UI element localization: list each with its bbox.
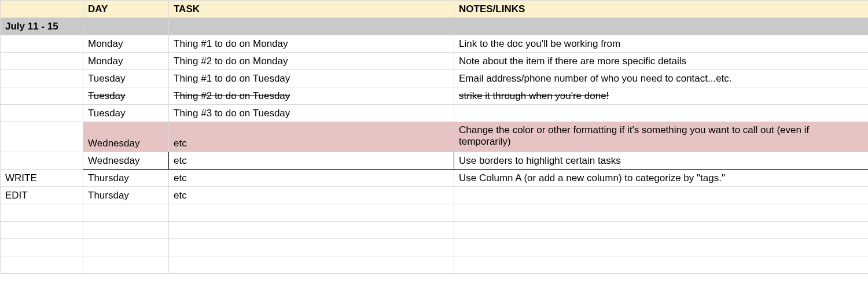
empty-row[interactable] [1,239,869,256]
cell-tag[interactable] [1,35,83,53]
table-row[interactable]: Tuesday Thing #1 to do on Tuesday Email … [1,70,869,87]
table-row[interactable]: Monday Thing #1 to do on Monday Link to … [1,35,869,53]
cell[interactable] [83,256,169,274]
cell-task[interactable]: etc [169,152,454,170]
cell-task[interactable]: Thing #2 to do on Monday [169,53,454,70]
cell-tag[interactable] [1,53,83,70]
cell[interactable] [454,239,869,256]
cell-day[interactable]: Thursday [83,187,169,204]
cell-day[interactable]: Thursday [83,170,169,187]
empty-row[interactable] [1,222,869,239]
empty-row[interactable] [1,204,869,222]
cell-day[interactable]: Wednesday [83,152,169,170]
cell[interactable] [1,204,83,222]
cell[interactable] [169,18,454,35]
cell[interactable] [169,222,454,239]
header-col-task[interactable]: TASK [169,1,454,18]
cell-notes[interactable]: Use borders to highlight certain tasks [454,152,869,170]
cell[interactable] [83,239,169,256]
cell-tag[interactable]: EDIT [1,187,83,204]
cell-task[interactable]: etc [169,170,454,187]
table-row[interactable]: Tuesday Thing #3 to do on Tuesday [1,105,869,122]
cell-day[interactable]: Tuesday [83,70,169,87]
cell-tag[interactable] [1,122,83,152]
cell-task[interactable]: Thing #2 to do on Tuesday [169,87,454,105]
cell[interactable] [1,256,83,274]
header-col-day[interactable]: DAY [83,1,169,18]
cell[interactable] [169,239,454,256]
cell[interactable] [1,239,83,256]
cell[interactable] [1,222,83,239]
header-row[interactable]: DAY TASK NOTES/LINKS [1,1,869,18]
cell[interactable] [454,204,869,222]
table-row[interactable]: Tuesday Thing #2 to do on Tuesday strike… [1,87,869,105]
cell-notes[interactable] [454,187,869,204]
cell-day[interactable]: Tuesday [83,105,169,122]
cell[interactable] [454,18,869,35]
cell-day[interactable]: Wednesday [83,122,169,152]
spreadsheet-table[interactable]: DAY TASK NOTES/LINKS July 11 - 15 Monday… [0,0,868,274]
cell-notes[interactable]: Email address/phone number of who you ne… [454,70,869,87]
cell-tag[interactable] [1,70,83,87]
cell-tag[interactable]: WRITE [1,170,83,187]
cell-notes[interactable]: Change the color or other formatting if … [454,122,869,152]
cell-notes[interactable]: strike it through when you're done! [454,87,869,105]
table-row-highlighted[interactable]: Wednesday etc Change the color or other … [1,122,869,152]
table-row[interactable]: EDIT Thursday etc [1,187,869,204]
week-divider-row[interactable]: July 11 - 15 [1,18,869,35]
spreadsheet-body[interactable]: July 11 - 15 Monday Thing #1 to do on Mo… [1,18,869,274]
cell-task[interactable]: etc [169,187,454,204]
cell-day[interactable]: Monday [83,35,169,53]
cell[interactable] [169,204,454,222]
empty-row[interactable] [1,256,869,274]
cell[interactable] [83,204,169,222]
table-row[interactable]: WRITE Thursday etc Use Column A (or add … [1,170,869,187]
cell-notes[interactable] [454,105,869,122]
cell-day[interactable]: Tuesday [83,87,169,105]
header-col-a[interactable] [1,1,83,18]
cell-task[interactable]: etc [169,122,454,152]
cell[interactable] [169,256,454,274]
cell-task[interactable]: Thing #3 to do on Tuesday [169,105,454,122]
cell[interactable] [83,18,169,35]
week-label-cell[interactable]: July 11 - 15 [1,18,83,35]
table-row-bordered[interactable]: Wednesday etc Use borders to highlight c… [1,152,869,170]
cell[interactable] [454,256,869,274]
cell-notes[interactable]: Note about the item if there are more sp… [454,53,869,70]
cell-task[interactable]: Thing #1 to do on Monday [169,35,454,53]
table-row[interactable]: Monday Thing #2 to do on Monday Note abo… [1,53,869,70]
cell-notes[interactable]: Use Column A (or add a new column) to ca… [454,170,869,187]
cell-tag[interactable] [1,105,83,122]
cell[interactable] [83,222,169,239]
cell-day[interactable]: Monday [83,53,169,70]
header-col-notes[interactable]: NOTES/LINKS [454,1,869,18]
cell-task[interactable]: Thing #1 to do on Tuesday [169,70,454,87]
cell[interactable] [454,222,869,239]
cell-tag[interactable] [1,87,83,105]
cell-tag[interactable] [1,152,83,170]
cell-notes[interactable]: Link to the doc you'll be working from [454,35,869,53]
